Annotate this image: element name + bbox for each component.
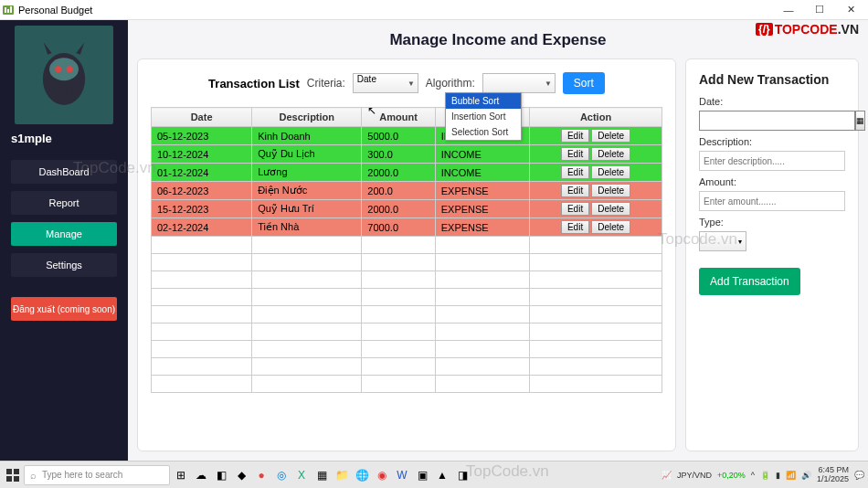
dropdown-option[interactable]: Bubble Sort [446,93,521,109]
action-cell: EditDelete [530,164,662,182]
table-cell: Lương [252,164,362,182]
start-button[interactable] [4,466,22,484]
algorithm-combo[interactable]: ▼ [482,73,556,93]
delete-button[interactable]: Delete [591,202,630,216]
window-title: Personal Budget [18,5,92,16]
date-input[interactable] [699,111,855,131]
delete-button[interactable]: Delete [591,165,630,179]
table-cell: 7000.0 [362,218,435,237]
notification-icon[interactable]: 💬 [854,471,864,480]
algorithm-dropdown: Bubble Sort Insertion Sort Selection Sor… [445,92,522,141]
description-label: Description: [699,136,845,147]
taskbar-app[interactable]: ▣ [413,465,431,485]
taskbar-search[interactable]: ⌕Type here to search [24,465,170,485]
taskbar-app[interactable]: X [292,465,311,485]
svg-rect-12 [6,476,12,482]
table-cell: 200.0 [362,182,435,200]
taskbar-app[interactable]: ◎ [272,465,291,485]
network-icon[interactable]: ▮ [776,471,780,480]
sort-button[interactable]: Sort [563,72,605,94]
svg-rect-2 [7,9,9,13]
taskbar-clock[interactable]: 6:45 PM1/1/2025 [817,466,849,484]
dropdown-option[interactable]: Selection Sort [446,124,521,140]
sidebar-item-report[interactable]: Report [11,191,117,215]
username: s1mple [0,132,52,145]
task-view-icon[interactable]: ⊞ [172,465,190,485]
form-title: Add New Transaction [699,72,845,87]
delete-button[interactable]: Delete [591,220,630,234]
table-cell: 2000.0 [362,164,435,182]
svg-rect-1 [5,7,6,13]
table-header[interactable]: Action [530,108,662,127]
filter-row: Transaction List Criteria: Date▼ Algorit… [151,72,662,94]
battery-icon[interactable]: 🔋 [760,471,770,480]
type-combo[interactable]: ▾ [699,231,746,251]
taskbar-app[interactable]: ▦ [312,465,331,485]
svg-point-6 [55,66,61,72]
volume-icon[interactable]: 🔊 [801,471,811,480]
taskbar-app[interactable]: ▲ [433,465,451,485]
table-row-empty [152,341,662,358]
amount-input[interactable] [699,191,845,211]
edit-button[interactable]: Edit [561,220,589,234]
table-cell: 5000.0 [362,127,435,145]
add-transaction-panel: Add New Transaction Date: ▦ Description:… [685,58,859,451]
table-cell: EXPENSE [435,218,529,237]
delete-button[interactable]: Delete [591,129,630,143]
taskbar-app[interactable]: 📁 [333,465,351,485]
edit-button[interactable]: Edit [561,184,589,197]
delete-button[interactable]: Delete [591,147,630,161]
calendar-icon[interactable]: ▦ [855,111,865,131]
minimize-button[interactable]: — [773,0,804,20]
sidebar-item-manage[interactable]: Manage [11,222,117,246]
table-row-empty [152,289,662,306]
search-icon: ⌕ [30,470,37,481]
table-row-empty [152,271,662,289]
taskbar-app[interactable]: ☁ [192,465,210,485]
table-cell: EXPENSE [435,182,529,200]
sidebar-item-settings[interactable]: Settings [11,253,117,277]
taskbar-app[interactable]: 🌐 [353,465,371,485]
edit-button[interactable]: Edit [561,147,589,161]
table-header[interactable]: Amount [362,108,435,127]
taskbar-app[interactable]: ◨ [453,465,471,485]
close-button[interactable]: ✕ [835,0,866,20]
table-cell: 15-12-2023 [152,200,252,218]
system-tray[interactable]: 📈JPY/VND+0,20% ^ 🔋 ▮ 📶 🔊 6:45 PM1/1/2025… [662,466,864,484]
avatar [15,26,113,124]
criteria-combo[interactable]: Date▼ [353,73,418,93]
app-icon [2,4,15,16]
description-input[interactable] [699,151,845,171]
chevron-down-icon: ▼ [545,80,552,88]
taskbar-app[interactable]: W [393,465,411,485]
edit-button[interactable]: Edit [561,202,589,216]
action-cell: EditDelete [530,145,662,164]
main-area: Manage Income and Expense Transaction Li… [128,20,868,461]
taskbar-app[interactable]: ◉ [373,465,391,485]
taskbar-app[interactable]: ● [252,465,270,485]
taskbar-app[interactable]: ◧ [212,465,230,485]
svg-rect-8 [56,87,60,101]
table-cell: 300.0 [362,145,435,164]
taskbar: ⌕Type here to search ⊞ ☁ ◧ ◆ ● ◎ X ▦ 📁 🌐… [0,461,868,488]
table-header[interactable]: Description [252,108,362,127]
maximize-button[interactable]: ☐ [804,0,835,20]
logout-button[interactable]: Đăng xuất (coming soon) [11,297,117,321]
table-header[interactable]: Date [152,108,252,127]
chevron-down-icon: ▼ [408,80,415,88]
dropdown-option[interactable]: Insertion Sort [446,109,521,124]
sidebar-item-dashboard[interactable]: DashBoard [11,160,117,184]
wifi-icon[interactable]: 📶 [786,471,796,480]
table-row-empty [152,237,662,254]
delete-button[interactable]: Delete [591,184,630,197]
edit-button[interactable]: Edit [561,165,589,179]
table-row: 10-12-2024Quỹ Du Lịch300.0INCOMEEditDele… [152,145,662,164]
add-transaction-button[interactable]: Add Transaction [699,268,800,295]
table-cell: 02-12-2024 [152,218,252,237]
table-cell: Quỹ Hưu Trí [252,200,362,218]
edit-button[interactable]: Edit [561,129,589,143]
titlebar: Personal Budget — ☐ ✕ [0,0,868,20]
tray-up-icon[interactable]: ^ [751,471,755,480]
taskbar-app[interactable]: ◆ [232,465,250,485]
action-cell: EditDelete [530,200,662,218]
